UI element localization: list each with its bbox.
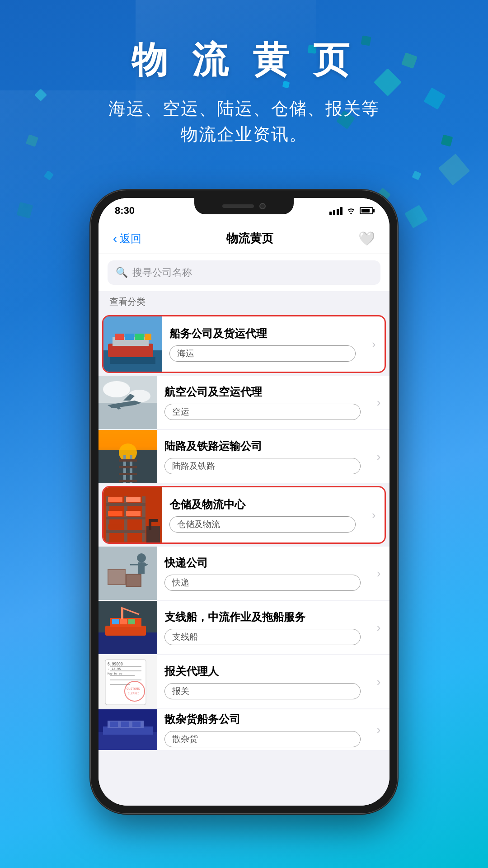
- svg-rect-21: [119, 480, 137, 482]
- list-item-image-vessel: [99, 601, 157, 654]
- chevron-right-icon: ›: [368, 723, 389, 737]
- search-bar: 🔍 搜寻公司名称: [99, 254, 389, 291]
- list-item-tag: 仓储及物流: [169, 516, 356, 533]
- list-item-tag: 报关: [164, 683, 361, 699]
- svg-rect-18: [119, 459, 137, 462]
- svg-rect-53: [120, 619, 127, 624]
- battery-icon: [360, 207, 373, 214]
- list-item-image-plane: [99, 376, 157, 429]
- phone-frame: 8:30: [90, 190, 398, 814]
- svg-rect-16: [123, 455, 126, 483]
- svg-point-15: [119, 443, 137, 462]
- list-item-title: 快递公司: [164, 556, 361, 570]
- list-item-image-customs: CUSTOMS CLEARED 6.99000 - 12.95 May be o…: [99, 655, 157, 708]
- svg-text:CUSTOMS: CUSTOMS: [127, 687, 140, 691]
- list-item[interactable]: 快递公司 快递 ›: [99, 547, 389, 600]
- phone-notch: [194, 198, 294, 214]
- svg-text:May be op: May be op: [108, 672, 122, 675]
- list-item-tag: 海运: [169, 345, 356, 362]
- signal-icon: [329, 206, 343, 215]
- list-item[interactable]: 散杂货船务公司 散杂货 ›: [99, 709, 389, 750]
- svg-rect-33: [108, 524, 122, 529]
- camera: [259, 203, 266, 209]
- chevron-right-icon: ›: [363, 337, 385, 351]
- svg-point-44: [137, 553, 146, 562]
- svg-rect-10: [99, 403, 157, 429]
- list-item-content: 仓储及物流中心 仓储及物流: [162, 491, 363, 539]
- svg-rect-31: [108, 511, 122, 516]
- svg-rect-8: [110, 357, 155, 364]
- list-item-image-railway: [99, 430, 157, 483]
- list-item[interactable]: 航空公司及空运代理 空运 ›: [99, 376, 389, 429]
- svg-rect-4: [115, 334, 124, 340]
- svg-rect-29: [108, 497, 122, 502]
- search-input[interactable]: 🔍 搜寻公司名称: [108, 260, 380, 285]
- svg-rect-39: [108, 570, 125, 584]
- list-item-title: 散杂货船务公司: [164, 712, 361, 726]
- svg-rect-19: [119, 466, 137, 468]
- nav-bar: ‹ 返回 物流黄页 🤍: [99, 223, 389, 254]
- chevron-right-icon: ›: [368, 566, 389, 580]
- list-item-title: 陆路及铁路运输公司: [164, 439, 361, 453]
- favorite-button[interactable]: 🤍: [358, 231, 375, 246]
- list-content: 船务公司及货运代理 海运 ›: [99, 312, 389, 806]
- search-placeholder: 搜寻公司名称: [132, 266, 192, 279]
- speaker: [222, 204, 254, 208]
- svg-rect-37: [99, 547, 157, 600]
- svg-rect-6: [135, 334, 144, 340]
- svg-rect-30: [126, 497, 141, 502]
- list-item-content: 快递公司 快递: [157, 549, 368, 597]
- svg-rect-48: [105, 626, 146, 636]
- list-item-image-warehouse: [103, 487, 162, 542]
- svg-rect-52: [112, 619, 119, 624]
- wifi-icon: [346, 207, 356, 214]
- svg-rect-27: [106, 517, 145, 519]
- svg-rect-73: [121, 722, 129, 727]
- svg-rect-5: [125, 334, 134, 340]
- svg-rect-35: [149, 521, 151, 530]
- svg-rect-20: [119, 473, 137, 475]
- chevron-right-icon: ›: [368, 675, 389, 689]
- svg-rect-54: [128, 619, 135, 624]
- list-item-tag: 支线船: [164, 629, 361, 645]
- list-item[interactable]: 仓储及物流中心 仓储及物流 ›: [102, 486, 386, 544]
- svg-text:CLEARED: CLEARED: [128, 692, 140, 695]
- chevron-right-icon: ›: [368, 396, 389, 410]
- page-subtitle: 海运、空运、陆运、仓储、报关等 物流企业资讯。: [0, 96, 488, 147]
- list-item-image-ship: [103, 316, 162, 372]
- svg-rect-34: [146, 526, 160, 542]
- svg-rect-47: [99, 632, 157, 654]
- svg-rect-72: [110, 722, 118, 727]
- list-item-content: 陆路及铁路运输公司 陆路及铁路: [157, 433, 368, 481]
- list-item-image-courier: [99, 547, 157, 600]
- list-item-title: 仓储及物流中心: [169, 497, 356, 512]
- list-item[interactable]: 船务公司及货运代理 海运 ›: [102, 315, 386, 373]
- list-item-content: 航空公司及空运代理 空运: [157, 378, 368, 426]
- list-item-tag: 快递: [164, 575, 361, 591]
- svg-rect-32: [126, 511, 141, 516]
- list-item-content: 支线船，中流作业及拖船服务 支线船: [157, 604, 368, 651]
- page-title: 物 流 黄 页: [0, 36, 488, 85]
- list-item-image-bulk: [99, 709, 157, 750]
- search-icon: 🔍: [116, 267, 128, 278]
- list-item-tag: 陆路及铁路: [164, 458, 361, 474]
- back-button[interactable]: ‹ 返回: [113, 231, 141, 246]
- svg-text:- 12.95: - 12.95: [108, 667, 121, 671]
- svg-point-11: [103, 381, 130, 397]
- list-item-content: 报关代理人 报关: [157, 658, 368, 706]
- chevron-right-icon: ›: [368, 450, 389, 464]
- nav-title: 物流黄页: [226, 231, 273, 246]
- list-item-title: 航空公司及空运代理: [164, 385, 361, 399]
- svg-rect-74: [132, 722, 141, 727]
- header-area: 物 流 黄 页 海运、空运、陆运、仓储、报关等 物流企业资讯。: [0, 36, 488, 147]
- back-label: 返回: [120, 231, 141, 246]
- svg-rect-7: [145, 334, 151, 340]
- svg-rect-45: [138, 562, 145, 574]
- list-item-tag: 空运: [164, 404, 361, 420]
- chevron-right-icon: ›: [368, 621, 389, 635]
- svg-rect-28: [106, 530, 145, 533]
- list-item[interactable]: 支线船，中流作业及拖船服务 支线船 ›: [99, 601, 389, 654]
- list-item[interactable]: CUSTOMS CLEARED 6.99000 - 12.95 May be o…: [99, 655, 389, 708]
- status-icons: [329, 206, 373, 215]
- list-item[interactable]: 陆路及铁路运输公司 陆路及铁路 ›: [99, 430, 389, 483]
